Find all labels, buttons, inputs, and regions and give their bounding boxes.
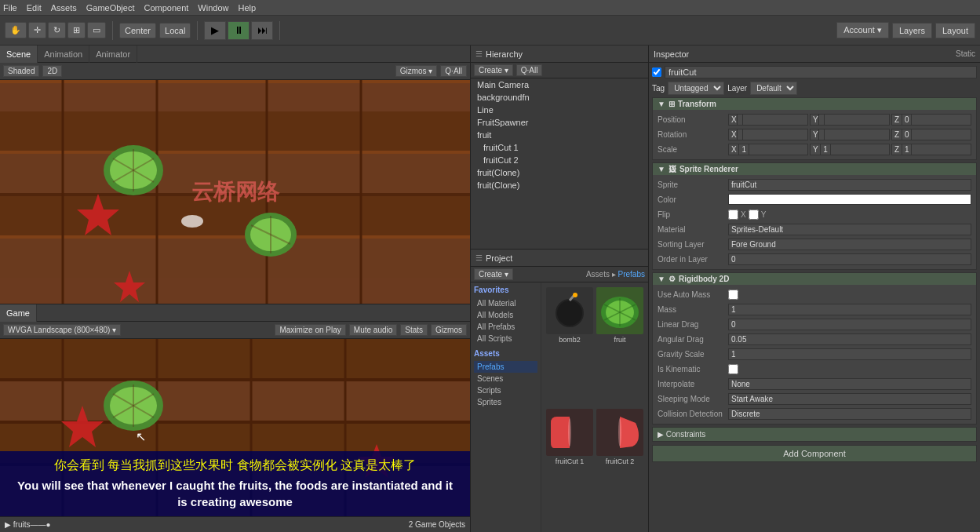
object-active-checkbox[interactable]	[652, 67, 661, 77]
sleeping-mode-value[interactable]: Start Awake	[728, 393, 971, 405]
tree-scripts[interactable]: Scripts	[474, 384, 537, 396]
mass-value[interactable]: 1	[728, 304, 971, 315]
gravity-scale-value[interactable]: 1	[728, 348, 971, 360]
tree-sprites[interactable]: Sprites	[474, 396, 537, 408]
hier-fruit-clone1[interactable]: fruit(Clone)	[471, 166, 648, 179]
hierarchy-search[interactable]: Q·All	[516, 64, 543, 76]
auto-mass-checkbox[interactable]	[728, 290, 738, 300]
resolution-dropdown[interactable]: WVGA Landscape (800×480) ▾	[3, 324, 121, 336]
hier-main-camera[interactable]: Main Camera	[471, 78, 648, 91]
game-star-splat-1	[55, 402, 110, 449]
tree-prefabs[interactable]: Prefabs	[474, 361, 537, 373]
tab-scene[interactable]: Scene	[0, 46, 38, 63]
color-value[interactable]	[728, 194, 971, 205]
playback-group: ▶ ⏸ ⏭	[204, 21, 273, 40]
transform-header[interactable]: ▼ ⊞ Transform	[653, 98, 976, 110]
asset-fruitcut2[interactable]: fruitCut 2	[596, 409, 643, 527]
pos-x[interactable]: X	[728, 114, 808, 126]
rect-tool[interactable]: ▭	[87, 22, 106, 38]
menu-item-component[interactable]: Component	[144, 3, 188, 13]
dimension-toggle[interactable]: 2D	[42, 65, 62, 77]
shaded-dropdown[interactable]: Shaded	[3, 65, 39, 77]
menu-item-help[interactable]: Help	[238, 3, 256, 13]
hier-fruitcut1[interactable]: fruitCut 1	[471, 141, 648, 154]
mute-audio-btn[interactable]: Mute audio	[349, 324, 397, 336]
menu-item-gameobject[interactable]: GameObject	[86, 3, 135, 13]
rotate-tool[interactable]: ↻	[48, 22, 66, 38]
collision-detection-value[interactable]: Discrete	[728, 408, 971, 420]
asset-fruitcut1[interactable]: fruitCut 1	[546, 409, 593, 527]
menu-item-edit[interactable]: Edit	[27, 3, 42, 13]
layers-button[interactable]: Layers	[892, 23, 932, 38]
constraints-section[interactable]: ▶ Constraints	[652, 427, 977, 442]
tab-animation[interactable]: Animation	[38, 46, 89, 63]
fav-all-material[interactable]: All Material	[474, 297, 537, 309]
angular-drag-value[interactable]: 0.05	[728, 333, 971, 345]
maximize-play-btn[interactable]: Maximize on Play	[275, 324, 345, 336]
hier-fruit[interactable]: fruit	[471, 129, 648, 141]
fav-all-prefabs[interactable]: All Prefabs	[474, 321, 537, 333]
asset-bomb2[interactable]: bomb2	[546, 287, 593, 406]
order-value[interactable]: 0	[728, 253, 971, 265]
transform-label: Transform	[678, 100, 716, 108]
material-value[interactable]: Sprites-Default	[728, 224, 971, 235]
account-button[interactable]: Account ▾	[836, 22, 889, 38]
svg-point-52	[568, 418, 571, 446]
stats-btn[interactable]: Stats	[400, 324, 428, 336]
pos-y[interactable]: Y	[810, 114, 890, 126]
hier-backgroundfn[interactable]: backgroundfn	[471, 91, 648, 104]
tag-dropdown[interactable]: Untagged	[668, 82, 724, 95]
sorting-layer-value[interactable]: Fore Ground	[728, 239, 971, 250]
rot-y[interactable]: Y	[810, 129, 890, 140]
menu-item-assets[interactable]: Assets	[51, 3, 77, 13]
tree-scenes[interactable]: Scenes	[474, 373, 537, 384]
rot-x[interactable]: X	[728, 129, 808, 140]
local-button[interactable]: Local	[159, 23, 191, 38]
project-create-btn[interactable]: Create ▾	[474, 268, 513, 280]
asset-fruit[interactable]: fruit	[596, 287, 643, 406]
gizmos-button[interactable]: Gizmos ▾	[395, 65, 438, 77]
hier-line[interactable]: Line	[471, 104, 648, 116]
add-component-button[interactable]: Add Component	[652, 445, 977, 462]
object-name-field[interactable]	[665, 66, 977, 78]
scale-tool[interactable]: ⊞	[67, 22, 86, 38]
tab-animator[interactable]: Animator	[89, 46, 137, 63]
rot-z[interactable]: Z 0	[891, 129, 971, 140]
game-gizmos-btn[interactable]: Gizmos	[431, 324, 467, 336]
interpolate-value[interactable]: None	[728, 378, 971, 390]
scene-search[interactable]: Q·All	[440, 65, 467, 77]
move-tool[interactable]: ✛	[28, 22, 46, 38]
center-button[interactable]: Center	[119, 23, 156, 38]
linear-drag-value[interactable]: 0	[728, 319, 971, 330]
flip-x-checkbox[interactable]	[728, 210, 738, 220]
hier-fruitcut2[interactable]: fruitCut 2	[471, 154, 648, 166]
hand-tool[interactable]: ✋	[5, 22, 27, 38]
menu-item-window[interactable]: Window	[198, 3, 228, 13]
fav-all-models[interactable]: All Models	[474, 309, 537, 321]
sprite-value[interactable]: fruitCut	[728, 179, 971, 191]
play-button[interactable]: ▶	[204, 21, 226, 40]
flip-y-checkbox[interactable]	[749, 210, 759, 220]
layer-dropdown[interactable]: Default	[750, 82, 797, 95]
step-button[interactable]: ⏭	[251, 21, 273, 40]
scale-x[interactable]: X 1	[728, 144, 808, 155]
rigidbody2d-header[interactable]: ▼ ⚙ Rigidbody 2D	[653, 273, 976, 285]
tab-game[interactable]: Game	[0, 304, 37, 322]
collision-detection-row: Collision Detection Discrete	[658, 406, 971, 421]
auto-mass-label: Use Auto Mass	[658, 290, 728, 299]
hier-fruitspawner[interactable]: FruitSpawner	[471, 116, 648, 129]
inspector-content: Tag Untagged Layer Default ▼ ⊞ Transform	[649, 63, 980, 532]
scale-z[interactable]: Z 1	[891, 144, 971, 155]
hierarchy-create-btn[interactable]: Create ▾	[474, 64, 513, 76]
menu-item-file[interactable]: File	[3, 3, 17, 13]
fav-all-scripts[interactable]: All Scripts	[474, 333, 537, 344]
layout-button[interactable]: Layout	[935, 23, 975, 38]
kinematic-checkbox[interactable]	[728, 364, 738, 374]
angular-drag-row: Angular Drag 0.05	[658, 332, 971, 346]
hier-fruit-clone2[interactable]: fruit(Clone)	[471, 179, 648, 191]
scale-y[interactable]: Y 1	[810, 144, 890, 155]
middle-panel: ☰ Hierarchy Create ▾ Q·All Main Camera b…	[471, 46, 649, 532]
pause-button[interactable]: ⏸	[228, 21, 250, 40]
sprite-renderer-header[interactable]: ▼ 🖼 Sprite Renderer	[653, 163, 976, 175]
pos-z[interactable]: Z 0	[891, 114, 971, 126]
